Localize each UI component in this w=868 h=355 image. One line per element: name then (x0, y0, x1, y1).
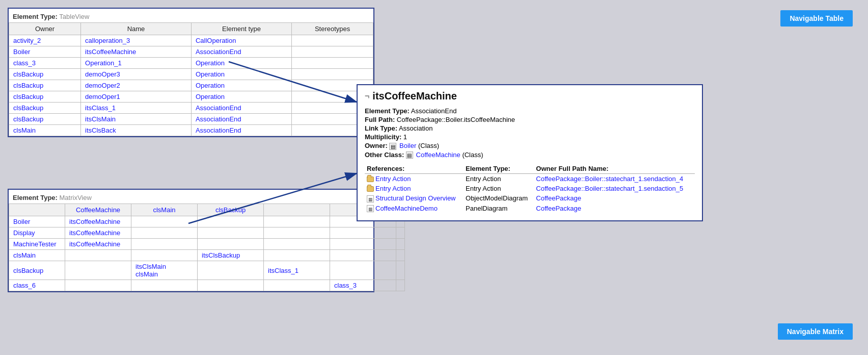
owner-link[interactable]: Boiler (399, 142, 416, 149)
table-name-link[interactable]: demoOper2 (85, 82, 120, 89)
matrix-cell (198, 261, 264, 280)
folder-icon (367, 176, 374, 182)
matrix-cell (131, 280, 198, 291)
matrix-cell (198, 216, 264, 227)
matrix-cell (264, 216, 330, 227)
reference-name-link[interactable]: Entry Action (375, 175, 411, 183)
table-owner-link[interactable]: clsBackup (13, 93, 43, 100)
matrix-cell (330, 261, 396, 280)
table-name-link[interactable]: itsCoffeeMachine (85, 48, 136, 56)
table-owner-link[interactable]: clsBackup (13, 82, 43, 89)
reference-row: Entry ActionEntry ActionCoffeePackage::B… (365, 184, 695, 193)
table-name-link[interactable]: Operation_1 (85, 59, 122, 67)
table-type-link[interactable]: Operation (196, 70, 225, 78)
table-row: clsBackupitsClass_1AssociationEnd (9, 103, 373, 114)
table-type-link[interactable]: AssociationEnd (196, 48, 241, 56)
detail-title-icon: ¬ (365, 92, 369, 101)
detail-title-text: itsCoffeeMachine (372, 90, 457, 102)
matrix-cell (65, 280, 131, 291)
table-owner-link[interactable]: clsBackup (13, 115, 43, 123)
reference-name-link[interactable]: Structural Design Overview (375, 194, 456, 202)
detail-other-class: Other Class: ▤ CoffeeMachine (Class) (365, 151, 695, 159)
diagram-icon: ▦ (367, 195, 374, 202)
detail-full-path: Full Path: CoffeePackage::Boiler.itsCoff… (365, 116, 695, 123)
reference-element-type: Entry Action (464, 174, 534, 184)
matrix-cell: itsClass_1 (264, 261, 330, 280)
table-row: class_3Operation_1Operation (9, 58, 373, 69)
other-class-link[interactable]: CoffeeMachine (416, 151, 460, 159)
matrix-owner-link[interactable]: Boiler (13, 218, 30, 225)
table-owner-link[interactable]: clsMain (13, 126, 36, 134)
table-owner-link[interactable]: class_3 (13, 59, 36, 67)
table-name-link[interactable]: itsClass_1 (85, 104, 116, 112)
matrix-owner-link[interactable]: MachineTester (13, 240, 57, 248)
table-stereotypes (292, 35, 373, 46)
table-stereotypes (292, 69, 373, 80)
matrix-row: BoileritsCoffeeMachine (9, 216, 405, 227)
reference-element-type: Entry Action (464, 184, 534, 193)
table-view-title: Element Type: TableView (9, 12, 373, 22)
reference-path-link[interactable]: CoffeePackage (536, 194, 581, 202)
matrix-cell (396, 227, 405, 239)
table-name-link[interactable]: calloperation_3 (85, 37, 130, 44)
matrix-cell: itsClsBackup (198, 250, 264, 261)
matrix-owner-link[interactable]: clsBackup (13, 267, 43, 274)
matrix-col-header (9, 204, 65, 216)
reference-row: ▦Structural Design OverviewObjectModelDi… (365, 193, 695, 204)
matrix-owner-link[interactable]: Display (13, 229, 35, 237)
matrix-cell: itsCoffeeMachine (65, 216, 131, 227)
table-stereotypes (292, 46, 373, 58)
references-table: References: Element Type: Owner Full Pat… (365, 164, 695, 213)
table-type-link[interactable]: AssociationEnd (196, 115, 241, 123)
table-type-link[interactable]: Operation (196, 82, 225, 89)
matrix-cell (264, 280, 330, 291)
ref-col-element-type: Element Type: (464, 164, 534, 174)
table-type-link[interactable]: Operation (196, 93, 225, 100)
matrix-row: class_6class_3 (9, 280, 405, 291)
matrix-cell (131, 250, 198, 261)
table-type-link[interactable]: AssociationEnd (196, 104, 241, 112)
detail-link-type: Link Type: Association (365, 124, 695, 132)
table-owner-link[interactable]: clsBackup (13, 104, 43, 112)
detail-multiplicity: Multiplicity: 1 (365, 133, 695, 141)
matrix-col-header: clsMain (131, 204, 198, 216)
col-element-type: Element type (191, 23, 291, 35)
matrix-cell: itsCoffeeMachine (65, 239, 131, 250)
folder-icon (367, 186, 374, 192)
table-owner-link[interactable]: activity_2 (13, 37, 41, 44)
reference-name-link[interactable]: Entry Action (375, 185, 411, 192)
matrix-cell (131, 227, 198, 239)
navigable-matrix-button[interactable]: Navigable Matrix (778, 323, 853, 340)
matrix-cell (131, 239, 198, 250)
table-row: clsBackupitsClsMainAssociationEnd (9, 114, 373, 125)
diagram-icon: ▦ (367, 205, 374, 212)
table-name-link[interactable]: itsClsBack (85, 126, 116, 134)
table-name-link[interactable]: demoOper1 (85, 93, 120, 100)
matrix-owner-link[interactable]: class_6 (13, 282, 36, 289)
reference-name-link[interactable]: CoffeeMachineDemo (375, 205, 438, 212)
reference-path-link[interactable]: CoffeePackage::Boiler::statechart_1.send… (536, 185, 683, 192)
matrix-cell (396, 280, 405, 291)
detail-title: ¬ itsCoffeeMachine (365, 90, 695, 102)
matrix-owner-link[interactable]: clsMain (13, 251, 36, 259)
matrix-cell (330, 250, 396, 261)
table-name-link[interactable]: itsClsMain (85, 115, 116, 123)
matrix-view-panel: Element Type: MatrixView CoffeeMachinecl… (8, 189, 374, 292)
matrix-cell: itsClsMainclsMain (131, 261, 198, 280)
table-name-link[interactable]: demoOper3 (85, 70, 120, 78)
table-type-link[interactable]: Operation (196, 59, 225, 67)
table-type-link[interactable]: CallOperation (196, 37, 236, 44)
navigable-table-button[interactable]: Navigable Table (780, 10, 853, 27)
other-class-icon: ▤ (406, 151, 413, 159)
table-owner-link[interactable]: clsBackup (13, 70, 43, 78)
detail-panel: ¬ itsCoffeeMachine Element Type: Associa… (357, 84, 703, 221)
table-owner-link[interactable]: Boiler (13, 48, 30, 56)
table-type-link[interactable]: AssociationEnd (196, 126, 241, 134)
reference-path-link[interactable]: CoffeePackage::Boiler::statechart_1.send… (536, 175, 683, 183)
owner-class-icon: ▤ (389, 143, 396, 150)
matrix-view-table: CoffeeMachineclsMainclsBackup BoileritsC… (9, 204, 405, 291)
reference-path-link[interactable]: CoffeePackage (536, 205, 581, 212)
matrix-row: clsMainitsClsBackup (9, 250, 405, 261)
table-row: clsBackupdemoOper1Operation (9, 91, 373, 103)
matrix-col-header: CoffeeMachine (65, 204, 131, 216)
